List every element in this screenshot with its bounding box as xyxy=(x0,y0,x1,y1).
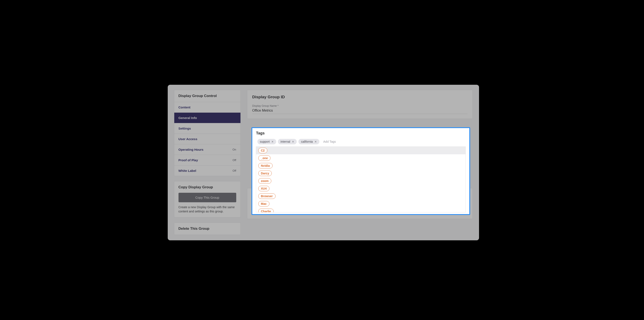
sidebar-title: Display Group Control xyxy=(174,90,240,102)
tag-label: california xyxy=(301,140,313,143)
tag-option[interactable]: _one xyxy=(256,154,466,162)
sidebar-nav-card: Display Group Control Content General In… xyxy=(174,90,241,176)
tag-label: support xyxy=(260,140,270,143)
sidebar-item-content[interactable]: Content xyxy=(174,102,240,113)
copy-group-card: Copy Display Group Copy This Group Creat… xyxy=(174,181,241,218)
tag-pill: california ✕ xyxy=(298,139,319,144)
tag-option-label: XU4 xyxy=(258,186,270,191)
add-tags-placeholder: Add Tags xyxy=(323,140,336,143)
remove-tag-icon[interactable]: ✕ xyxy=(271,140,274,143)
sidebar-item-settings[interactable]: Settings xyxy=(174,123,240,134)
tag-option-label: Charlie xyxy=(258,209,274,212)
delete-group-title: Delete This Group xyxy=(178,227,236,231)
sidebar-item-operating-hours[interactable]: Operating Hours On xyxy=(174,144,240,155)
tag-option-label: _one xyxy=(258,155,271,161)
tag-pill: support ✕ xyxy=(258,139,276,144)
tag-option[interactable]: Charlie xyxy=(256,208,466,212)
tags-heading: Tags xyxy=(256,131,466,135)
sidebar-item-general-info[interactable]: General Info xyxy=(174,113,240,123)
status-badge: Off xyxy=(232,169,236,172)
copy-this-group-button[interactable]: Copy This Group xyxy=(178,193,236,202)
sidebar-item-label: Settings xyxy=(178,127,191,130)
remove-tag-icon[interactable]: ✕ xyxy=(314,140,317,143)
sidebar-item-label: White Label xyxy=(178,169,196,172)
tag-option-label: C2 xyxy=(258,148,268,153)
tag-option-label: Darcy xyxy=(258,171,272,176)
sidebar-item-label: Content xyxy=(178,105,190,109)
sidebar-item-white-label[interactable]: White Label Off xyxy=(174,165,240,176)
delete-group-card: Delete This Group xyxy=(174,223,241,235)
tags-popup: Tags support ✕ internal ✕ california ✕ A… xyxy=(252,127,470,215)
copy-group-title: Copy Display Group xyxy=(178,185,236,189)
tag-option[interactable]: Browser xyxy=(256,192,466,200)
tags-input[interactable]: support ✕ internal ✕ california ✕ Add Ta… xyxy=(256,139,466,146)
sidebar-item-label: User Access xyxy=(178,137,198,141)
status-badge: Off xyxy=(232,159,236,162)
tag-option[interactable]: Nvidia xyxy=(256,162,466,170)
sidebar-item-label: Operating Hours xyxy=(178,148,204,151)
tag-option[interactable]: zoom xyxy=(256,177,466,185)
sidebar: Display Group Control Content General In… xyxy=(174,90,241,240)
tag-option[interactable]: C2 xyxy=(256,147,466,154)
card-heading: Display Group ID xyxy=(252,95,468,99)
tag-option[interactable]: Mac xyxy=(256,200,466,208)
tag-pill: internal ✕ xyxy=(278,139,297,144)
status-badge: On xyxy=(232,148,236,151)
sidebar-item-user-access[interactable]: User Access xyxy=(174,134,240,144)
display-group-id-card: Display Group ID Display Group Name * Of… xyxy=(247,90,473,119)
name-field-value[interactable]: Office Metrics xyxy=(252,109,468,114)
tags-dropdown[interactable]: C2 _one Nvidia Darcy zoom XU4 Browser Ma… xyxy=(256,146,466,212)
sidebar-item-label: Proof of Play xyxy=(178,158,198,162)
remove-tag-icon[interactable]: ✕ xyxy=(292,140,294,143)
tag-option-label: Nvidia xyxy=(258,163,272,168)
tag-option[interactable]: XU4 xyxy=(256,185,466,192)
sidebar-item-label: General Info xyxy=(178,116,197,120)
sidebar-item-proof-of-play[interactable]: Proof of Play Off xyxy=(174,155,240,165)
tag-option-label: Mac xyxy=(258,201,270,207)
tag-label: internal xyxy=(280,140,290,143)
tag-option-label: zoom xyxy=(258,178,272,184)
tag-option[interactable]: Darcy xyxy=(256,170,466,177)
copy-group-desc: Create a new Display Group with the same… xyxy=(178,205,236,214)
tag-option-label: Browser xyxy=(258,193,276,199)
name-field-label: Display Group Name * xyxy=(252,104,468,107)
